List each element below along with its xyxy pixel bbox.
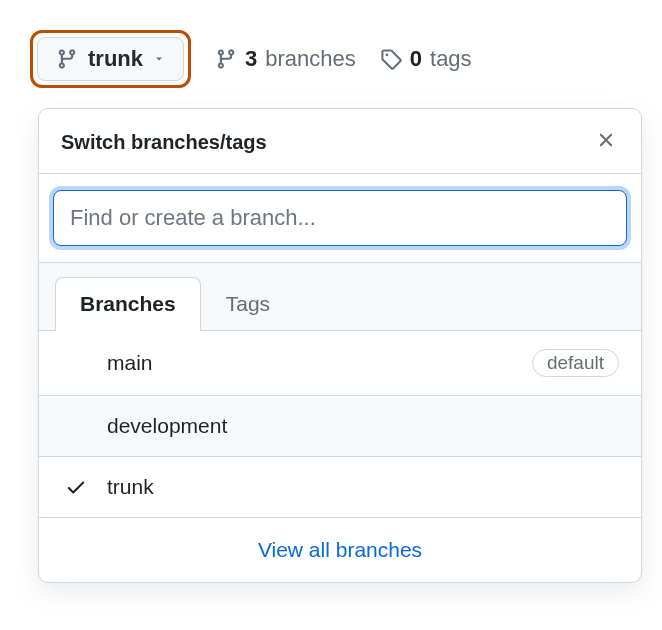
branch-item-development[interactable]: development — [39, 396, 641, 457]
popup-title: Switch branches/tags — [61, 131, 267, 154]
default-badge: default — [532, 349, 619, 377]
git-branch-icon — [215, 48, 237, 70]
branch-list: main default development trunk — [39, 331, 641, 518]
branch-selector-highlight: trunk — [30, 30, 191, 88]
branches-count: 3 — [245, 46, 257, 72]
repo-toolbar: trunk 3 branches 0 tags — [30, 30, 632, 88]
branch-switcher-popup: Switch branches/tags Branches Tags main … — [38, 108, 642, 583]
check-icon — [65, 476, 87, 498]
git-branch-icon — [56, 48, 78, 70]
branch-filter-input[interactable] — [53, 190, 627, 246]
current-branch-label: trunk — [88, 46, 143, 72]
branch-item-main[interactable]: main default — [39, 331, 641, 396]
close-button[interactable] — [591, 125, 621, 159]
tab-branches[interactable]: Branches — [55, 277, 201, 331]
tags-link[interactable]: 0 tags — [380, 46, 472, 72]
close-icon — [595, 129, 617, 151]
refs-tabs: Branches Tags — [39, 263, 641, 331]
branches-text: branches — [265, 46, 356, 72]
tags-count: 0 — [410, 46, 422, 72]
branch-item-trunk[interactable]: trunk — [39, 457, 641, 518]
tag-icon — [380, 48, 402, 70]
branch-name: trunk — [107, 475, 154, 499]
branches-link[interactable]: 3 branches — [215, 46, 356, 72]
tags-text: tags — [430, 46, 472, 72]
tab-tags[interactable]: Tags — [201, 277, 295, 330]
branch-name: development — [107, 414, 227, 438]
branch-name: main — [107, 351, 153, 375]
branch-selector-button[interactable]: trunk — [37, 37, 184, 81]
search-wrap — [39, 174, 641, 263]
chevron-down-icon — [153, 53, 165, 65]
view-all-branches-link[interactable]: View all branches — [39, 518, 641, 582]
popup-header: Switch branches/tags — [39, 109, 641, 174]
